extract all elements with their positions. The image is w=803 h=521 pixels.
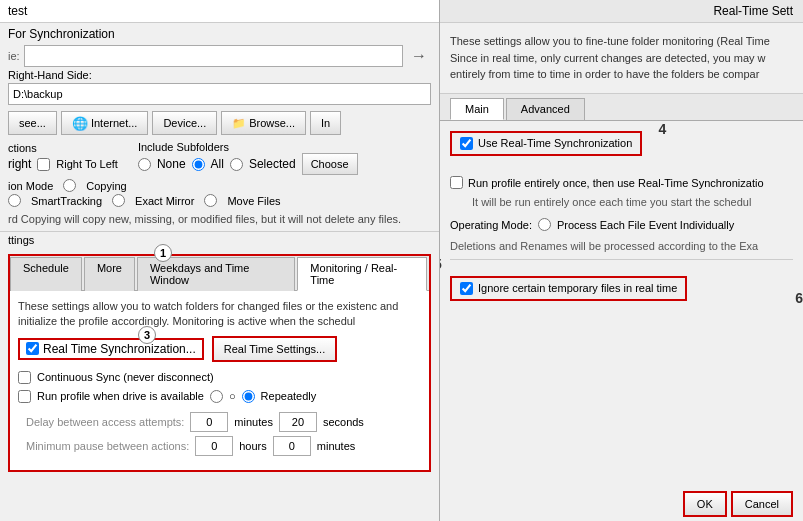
subfolders-section: Include Subfolders None All Selected Cho… [138,141,358,175]
delay-section: Delay between access attempts: minutes s… [18,406,421,462]
right-to-left-label: Right To Left [56,158,118,170]
tab-weekdays[interactable]: Weekdays and Time Window [137,257,295,291]
tab-schedule[interactable]: Schedule [10,257,82,291]
folder-row-left: ie: → [0,43,439,69]
none-radio[interactable] [138,158,151,171]
right-content: 4 Use Real-Time Synchronization Run prof… [440,121,803,311]
right-path-input[interactable] [8,83,431,105]
seconds-unit: seconds [323,416,364,428]
realtime-settings-button[interactable]: Real Time Settings... [212,336,338,362]
rhs-label: Right-Hand Side: [0,69,439,81]
run-once-label: Run profile entirely once, then use Real… [468,176,764,191]
run-once-checkbox[interactable] [450,176,463,189]
min-pause-row: Minimum pause between actions: hours min… [26,434,413,458]
options-section: ctions right Right To Left [8,142,118,174]
copy-mode-desc: rd Copying will copy new, missing, or mo… [0,209,439,232]
right-panel: Real-Time Sett These settings allow you … [440,0,803,521]
delay-seconds-input[interactable] [279,412,317,432]
right-title: Real-Time Sett [713,4,793,18]
badge-5: 5 [440,256,442,272]
repeatedly-radio[interactable] [242,390,255,403]
minutes-unit: minutes [234,416,273,428]
rtab-advanced[interactable]: Advanced [506,98,585,120]
cancel-button[interactable]: Cancel [731,491,793,517]
min-minutes-unit: minutes [317,440,356,452]
realtime-sync-checkbox[interactable] [26,342,39,355]
copying-radio[interactable] [63,179,76,192]
monitoring-desc: These settings allow you to watch folder… [18,299,421,330]
min-pause-label: Minimum pause between actions: [26,440,189,452]
ignore-box: Ignore certain temporary files in real t… [450,276,687,301]
badge-3: 3 [138,326,156,344]
all-radio[interactable] [192,158,205,171]
browse-button[interactable]: 📁 Browse... [221,111,306,135]
profile-name: test [8,4,27,18]
op-mode-label: Operating Mode: [450,219,532,231]
min-hours-input[interactable] [195,436,233,456]
once-radio[interactable] [210,390,223,403]
right-desc: These settings allow you to fine-tune fo… [440,23,803,94]
monitoring-tabs-container: Schedule More Weekdays and Time Window M… [8,254,431,472]
realtime-sync-label: Real Time Synchronization... [43,342,196,356]
settings-label: ttings [8,234,34,246]
tab-more[interactable]: More [84,257,135,291]
right-label-row: right Right To Left [8,154,118,174]
use-realtime-checkbox[interactable] [460,137,473,150]
continuous-sync-row: Continuous Sync (never disconnect) [18,368,421,387]
move-files-label: Move Files [227,195,280,207]
once-label: ○ [229,390,236,402]
min-minutes-input[interactable] [273,436,311,456]
in-button[interactable]: In [310,111,341,135]
left-side-label: ie: [8,50,20,62]
profile-bar: test [0,0,439,23]
copying-label: Copying [86,180,126,192]
folder-row-right [0,81,439,107]
copy-mode-label: ion Mode [8,180,53,192]
see-button[interactable]: see... [8,111,57,135]
op-mode-row: Operating Mode: Process Each File Event … [450,214,793,235]
globe-icon: 🌐 [72,116,88,131]
actions-label: ctions [8,142,118,154]
internet-button[interactable]: 🌐 Internet... [61,111,148,135]
run-on-drive-label: Run profile when drive is available [37,390,204,402]
ignore-checkbox[interactable] [460,282,473,295]
run-on-drive-row: Run profile when drive is available ○ Re… [18,387,421,406]
delay-label: Delay between access attempts: [26,416,184,428]
hours-unit: hours [239,440,267,452]
selected-label: Selected [249,157,296,171]
delay-row: Delay between access attempts: minutes s… [26,410,413,434]
path-buttons: see... 🌐 Internet... Device... 📁 Browse.… [0,107,439,139]
continuous-sync-label: Continuous Sync (never disconnect) [37,371,214,383]
run-on-drive-checkbox[interactable] [18,390,31,403]
run-once-desc: It will be run entirely once each time y… [450,195,793,214]
right-title-bar: Real-Time Sett [440,0,803,23]
repeatedly-label: Repeatedly [261,390,317,402]
continuous-sync-checkbox[interactable] [18,371,31,384]
tab-monitoring[interactable]: Monitoring / Real-Time [297,257,427,291]
delay-minutes-input[interactable] [190,412,228,432]
subfolders-label: Include Subfolders [138,141,358,153]
right-tabs: Main Advanced [440,94,803,121]
exact-radio[interactable] [112,194,125,207]
bottom-buttons: OK Cancel [683,491,793,517]
copy-mode-section: ion Mode Copying SmartTracking Exact Mir… [0,177,439,209]
use-realtime-label: Use Real-Time Synchronization [478,137,632,149]
subfolders-radios: None All Selected Choose [138,153,358,175]
selected-radio[interactable] [230,158,243,171]
realtime-sync-checkbox-box: Real Time Synchronization... [18,338,204,360]
smart-radio[interactable] [8,194,21,207]
rtab-main[interactable]: Main [450,98,504,120]
folder-icon: 📁 [232,117,246,130]
move-radio[interactable] [204,194,217,207]
op-mode-radio[interactable] [538,218,551,231]
ignore-label: Ignore certain temporary files in real t… [478,282,677,294]
choose-button[interactable]: Choose [302,153,358,175]
badge-6: 6 [795,290,803,306]
device-button[interactable]: Device... [152,111,217,135]
left-path-input[interactable] [24,45,403,67]
left-panel: test For Synchronization ie: → Right-Han… [0,0,440,521]
deletions-label: Deletions and Renames will be processed … [450,235,793,259]
exact-label: Exact Mirror [135,195,194,207]
right-to-left-checkbox[interactable] [37,158,50,171]
ok-button[interactable]: OK [683,491,727,517]
